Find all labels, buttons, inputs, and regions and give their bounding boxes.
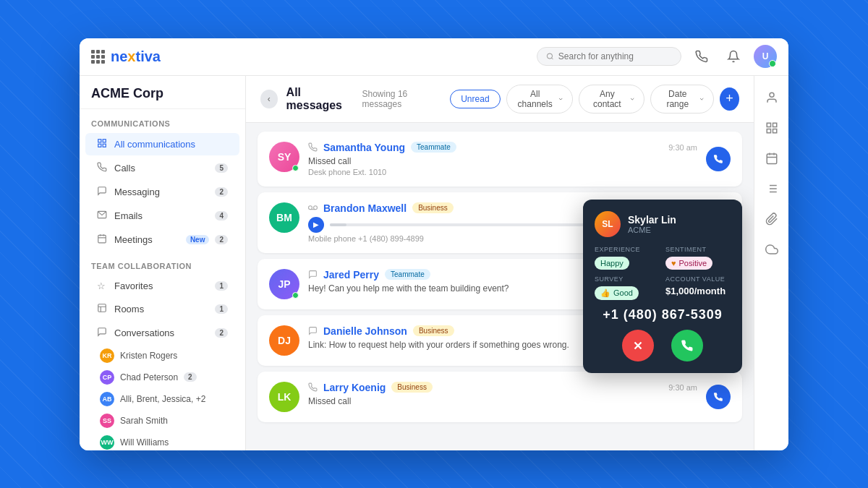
- samantha-avatar: SY: [269, 142, 299, 172]
- accept-call-button[interactable]: [671, 330, 703, 361]
- sidebar-item-meetings[interactable]: Meetings New 2: [85, 228, 239, 251]
- decline-call-button[interactable]: [622, 330, 654, 361]
- search-box[interactable]: [537, 47, 681, 66]
- right-grid-icon[interactable]: [759, 115, 785, 141]
- message-card-brandon[interactable]: BM Brandon Maxwell Business 9:30 am ▶: [258, 192, 742, 253]
- samantha-time: 9:30 am: [668, 143, 697, 152]
- online-indicator: [292, 165, 299, 171]
- all-channels-filter-button[interactable]: All channels: [506, 85, 574, 114]
- sarah-avatar: SS: [100, 414, 114, 428]
- svg-rect-1: [98, 139, 101, 142]
- collaboration-section-title: Team collaboration: [80, 252, 245, 275]
- kristen-name: Kristen Rogers: [120, 351, 177, 361]
- sentiment-value: ♥ Positive: [665, 257, 712, 270]
- popup-phone-number: +1 (480) 867-5309: [595, 307, 731, 322]
- popup-avatar: SL: [595, 211, 621, 237]
- conversations-icon: [97, 327, 109, 339]
- right-calendar-icon[interactable]: [759, 145, 785, 171]
- account-value-label: ACCOUNT VALUE: [665, 275, 731, 283]
- content-header: ‹ All messages Showing 16 messages Unrea…: [246, 76, 754, 123]
- sentiment-stat: SENTIMENT ♥ Positive: [665, 246, 731, 270]
- message-card-larry[interactable]: LK Larry Koenig Business 9:30 am Missed …: [258, 372, 742, 422]
- danielle-name: Danielle Johnson: [323, 325, 407, 337]
- bell-icon[interactable]: [722, 45, 745, 68]
- message-icon: [308, 326, 318, 335]
- survey-stat: SURVEY 👍 Good: [595, 275, 660, 300]
- app-window: nextiva U ACME Corp Communications: [80, 38, 788, 450]
- user-avatar[interactable]: U: [754, 45, 777, 68]
- account-name: ACME Corp: [80, 76, 245, 109]
- will-name: Will Williams: [120, 437, 169, 448]
- topbar-search-area: U: [537, 45, 777, 68]
- conversations-label: Conversations: [114, 328, 209, 338]
- main-layout: ACME Corp Communications All communicati…: [80, 76, 788, 450]
- right-tasks-icon[interactable]: [759, 176, 785, 202]
- meetings-label: Meetings: [114, 234, 180, 245]
- sidebar-item-favorites[interactable]: ☆ Favorites 1: [85, 275, 239, 296]
- sidebar-item-emails[interactable]: Emails 4: [85, 205, 239, 227]
- play-button[interactable]: ▶: [308, 217, 324, 233]
- collapse-sidebar-button[interactable]: ‹: [260, 90, 278, 108]
- larry-avatar: LK: [269, 382, 299, 412]
- right-contacts-icon[interactable]: [759, 85, 785, 111]
- contact-group[interactable]: AB Alli, Brent, Jessica, +2: [80, 388, 245, 410]
- rooms-label: Rooms: [114, 304, 209, 314]
- svg-rect-10: [98, 304, 106, 312]
- contact-chad-peterson[interactable]: CP Chad Peterson 2: [80, 367, 245, 388]
- chevron-down-icon: [558, 95, 563, 103]
- calls-icon: [97, 162, 109, 174]
- larry-message-body: Larry Koenig Business 9:30 am Missed cal…: [308, 382, 697, 408]
- chad-name: Chad Peterson: [120, 372, 178, 382]
- search-input[interactable]: [558, 51, 672, 61]
- grid-icon[interactable]: [91, 50, 105, 64]
- contact-sarah-smith[interactable]: SS Sarah Smith: [80, 410, 245, 432]
- survey-label: SURVEY: [595, 275, 660, 283]
- message-body: Samantha Young Teammate 9:30 am Missed c…: [308, 142, 697, 176]
- popup-call-actions: [595, 330, 731, 361]
- samantha-tag: Teammate: [411, 142, 456, 153]
- date-range-filter-button[interactable]: Date range: [650, 85, 714, 114]
- samantha-text: Missed call: [308, 156, 697, 166]
- any-contact-filter-button[interactable]: Any contact: [579, 85, 644, 114]
- add-button[interactable]: +: [720, 87, 739, 111]
- popup-contact-info: Skylar Lin ACME: [628, 214, 676, 234]
- experience-stat: EXPERIENCE Happy: [595, 246, 660, 270]
- sidebar-item-messaging[interactable]: Messaging 2: [85, 181, 239, 203]
- phone-icon: [308, 142, 318, 152]
- unread-filter-button[interactable]: Unread: [450, 90, 500, 108]
- search-icon: [546, 52, 554, 61]
- emails-label: Emails: [114, 210, 209, 221]
- phone-icon[interactable]: [690, 45, 713, 68]
- contact-will-williams[interactable]: WW Will Williams: [80, 432, 245, 450]
- right-cloud-icon[interactable]: [759, 236, 785, 262]
- svg-point-12: [314, 206, 318, 210]
- samantha-call-button[interactable]: [706, 147, 731, 171]
- right-attach-icon[interactable]: [759, 206, 785, 232]
- sidebar-item-all-communications[interactable]: All communications: [85, 133, 239, 155]
- emails-icon: [97, 210, 109, 222]
- favorites-badge: 1: [215, 281, 228, 291]
- larry-message-header: Larry Koenig Business 9:30 am: [308, 382, 697, 393]
- chad-badge: 2: [184, 372, 197, 382]
- svg-rect-6: [98, 235, 106, 243]
- popup-contact: SL Skylar Lin ACME: [595, 211, 731, 237]
- larry-call-button[interactable]: [706, 385, 731, 409]
- messaging-label: Messaging: [114, 187, 209, 197]
- message-card-samantha[interactable]: SY Samantha Young Teammate 9:30 am Misse…: [258, 132, 742, 187]
- samantha-subtext: Desk phone Ext. 1010: [308, 168, 697, 176]
- messaging-icon: [97, 186, 109, 198]
- larry-time: 9:30 am: [668, 383, 697, 392]
- will-avatar: WW: [100, 435, 114, 450]
- sidebar-item-calls[interactable]: Calls 5: [85, 157, 239, 179]
- sidebar-item-rooms[interactable]: Rooms 1: [85, 298, 239, 320]
- svg-rect-3: [98, 144, 101, 147]
- sidebar-item-conversations[interactable]: Conversations 2: [85, 322, 239, 344]
- experience-label: EXPERIENCE: [595, 246, 660, 253]
- meetings-icon: [97, 234, 109, 246]
- danielle-avatar: DJ: [269, 325, 299, 356]
- popup-company: ACME: [628, 226, 676, 234]
- svg-rect-18: [773, 123, 776, 127]
- svg-rect-2: [103, 139, 106, 142]
- contact-kristen-rogers[interactable]: KR Kristen Rogers: [80, 345, 245, 367]
- content-title: All messages: [286, 86, 354, 112]
